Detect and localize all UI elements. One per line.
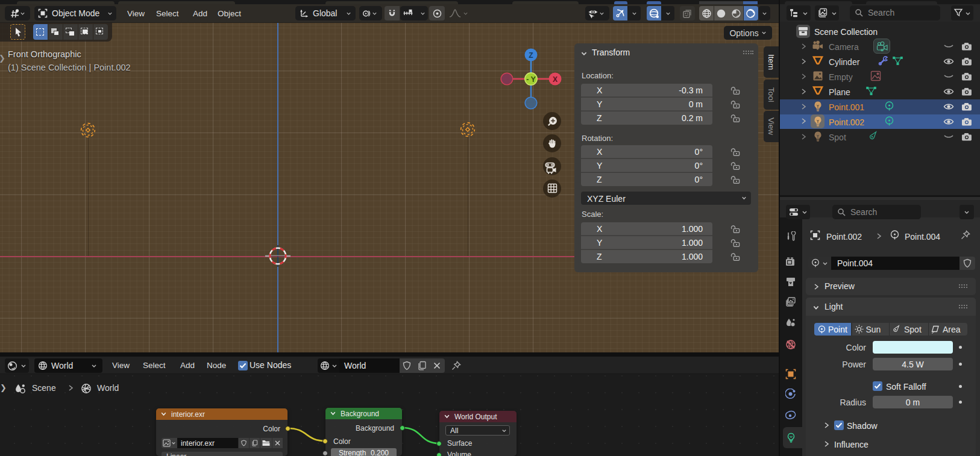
svg-text:X: X [553, 75, 558, 84]
svg-text:- Y: - Y [526, 75, 536, 84]
svg-text:Z: Z [529, 51, 533, 60]
